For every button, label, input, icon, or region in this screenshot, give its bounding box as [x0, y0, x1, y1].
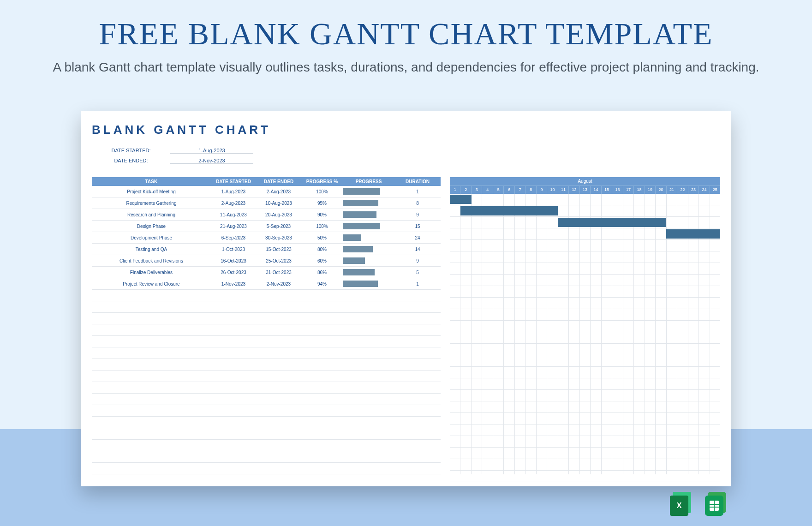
- meta-date-started-label: DATE STARTED:: [92, 148, 170, 153]
- table-row: Development Phase6-Sep-202330-Sep-202350…: [92, 232, 441, 244]
- table-row-blank: [92, 313, 441, 324]
- gantt-row: [450, 413, 720, 424]
- table-row-blank: [92, 290, 441, 301]
- doc-title: BLANK GANTT CHART: [92, 123, 720, 137]
- gantt-row: [450, 355, 720, 367]
- gantt-bar: [460, 206, 558, 215]
- gantt-day: 1: [450, 186, 460, 194]
- gantt-row: [450, 240, 720, 251]
- gantt-day: 9: [536, 186, 547, 194]
- table-row-blank: [92, 324, 441, 336]
- cell-progress-bar: [343, 234, 394, 241]
- cell-date-ended: 30-Sep-2023: [256, 235, 301, 240]
- gantt-bar: [450, 195, 472, 204]
- table-row-blank: [92, 347, 441, 359]
- cell-date-started: 1-Aug-2023: [211, 189, 256, 194]
- google-sheets-icon[interactable]: [705, 492, 729, 516]
- cell-task: Client Feedback and Revisions: [92, 258, 211, 263]
- cell-progress-pct: 86%: [301, 270, 343, 275]
- gantt-row: [450, 390, 720, 401]
- gantt-row: [450, 424, 720, 436]
- cell-progress-bar: [343, 223, 394, 229]
- table-row: Design Phase21-Aug-20235-Sep-2023100%15: [92, 221, 441, 232]
- cell-task: Design Phase: [92, 224, 211, 229]
- gantt-row: [450, 448, 720, 459]
- cell-date-started: 26-Oct-2023: [211, 270, 256, 275]
- cell-task: Development Phase: [92, 235, 211, 240]
- gantt-row: [450, 401, 720, 413]
- gantt-day: 2: [460, 186, 471, 194]
- download-icons: X: [670, 492, 729, 516]
- table-row-blank: [92, 405, 441, 417]
- cell-duration: 5: [394, 270, 441, 275]
- cell-progress-pct: 100%: [301, 224, 343, 229]
- gantt-day: 19: [645, 186, 655, 194]
- gantt-bar: [558, 218, 666, 227]
- gantt-day: 21: [666, 186, 677, 194]
- cell-task: Testing and QA: [92, 247, 211, 252]
- gantt-row: [450, 194, 720, 205]
- cell-task: Finalize Deliverables: [92, 270, 211, 275]
- gantt-day: 22: [677, 186, 687, 194]
- gantt-day: 10: [547, 186, 557, 194]
- gantt-day: 24: [699, 186, 709, 194]
- table-row: Requirements Gathering2-Aug-202310-Aug-2…: [92, 197, 441, 209]
- cell-date-ended: 15-Oct-2023: [256, 247, 301, 252]
- gantt-day: 3: [471, 186, 482, 194]
- col-progress-pct: PROGRESS %: [301, 179, 343, 184]
- cell-duration: 1: [394, 189, 441, 194]
- cell-date-ended: 2-Aug-2023: [256, 189, 301, 194]
- gantt-row: [450, 205, 720, 217]
- cell-progress-bar: [343, 188, 394, 195]
- cell-task: Project Review and Closure: [92, 281, 211, 287]
- table-row-blank: [92, 382, 441, 394]
- col-duration: DURATION: [394, 179, 441, 184]
- gantt-day: 7: [514, 186, 525, 194]
- cell-date-started: 1-Oct-2023: [211, 247, 256, 252]
- gantt-day: 14: [590, 186, 601, 194]
- table-row-blank: [92, 336, 441, 347]
- cell-task: Research and Planning: [92, 212, 211, 217]
- gantt-day-header: 1234567891011121314151617181920212223242…: [450, 186, 720, 194]
- cell-duration: 9: [394, 212, 441, 217]
- gantt-day: 11: [558, 186, 568, 194]
- cell-progress-bar: [343, 200, 394, 206]
- cell-date-ended: 10-Aug-2023: [256, 201, 301, 206]
- table-row-blank: [92, 463, 441, 474]
- gantt-panel: August 123456789101112131415161718192021…: [450, 177, 720, 474]
- gantt-day: 20: [655, 186, 666, 194]
- gantt-day: 5: [493, 186, 503, 194]
- gantt-day: 13: [579, 186, 590, 194]
- cell-task: Project Kick-off Meeting: [92, 189, 211, 194]
- table-row-blank: [92, 371, 441, 382]
- gantt-row: [450, 332, 720, 344]
- table-row: Client Feedback and Revisions16-Oct-2023…: [92, 255, 441, 267]
- meta-date-ended-value: 2-Nov-2023: [170, 158, 253, 164]
- cell-duration: 8: [394, 201, 441, 206]
- gantt-row: [450, 321, 720, 332]
- col-progress: PROGRESS: [343, 179, 394, 184]
- table-row: Finalize Deliverables26-Oct-202331-Oct-2…: [92, 267, 441, 278]
- gantt-day: 18: [633, 186, 644, 194]
- gantt-row: [450, 228, 720, 240]
- gantt-row: [450, 367, 720, 378]
- cell-duration: 1: [394, 281, 441, 287]
- cell-duration: 15: [394, 224, 441, 229]
- cell-progress-pct: 60%: [301, 258, 343, 263]
- page-subtitle: A blank Gantt chart template visually ou…: [46, 58, 766, 77]
- gantt-row: [450, 251, 720, 263]
- cell-date-started: 21-Aug-2023: [211, 224, 256, 229]
- cell-date-started: 2-Aug-2023: [211, 201, 256, 206]
- gantt-bar: [666, 229, 720, 239]
- table-row-blank: [92, 440, 441, 451]
- gantt-row: [450, 471, 720, 482]
- task-table-header: TASK DATE STARTED DATE ENDED PROGRESS % …: [92, 177, 441, 186]
- gantt-row: [450, 298, 720, 309]
- gantt-row: [450, 344, 720, 355]
- meta-date-started-value: 1-Aug-2023: [170, 148, 253, 154]
- doc-meta: DATE STARTED: 1-Aug-2023 DATE ENDED: 2-N…: [92, 145, 720, 166]
- gantt-day: 6: [503, 186, 514, 194]
- cell-date-ended: 5-Sep-2023: [256, 224, 301, 229]
- gantt-day: 15: [601, 186, 612, 194]
- excel-icon[interactable]: X: [670, 492, 694, 516]
